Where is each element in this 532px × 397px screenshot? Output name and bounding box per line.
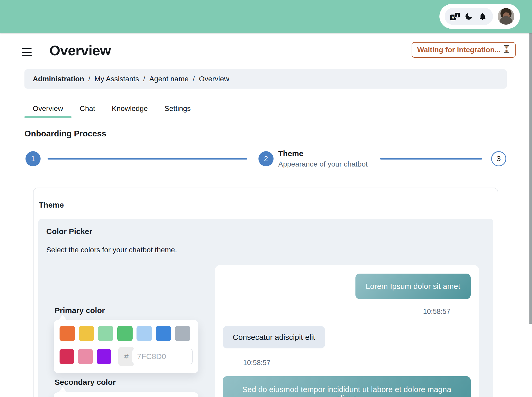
color-swatch[interactable]	[78, 349, 93, 364]
breadcrumb-separator: /	[143, 75, 145, 83]
translate-icon[interactable]: A ž	[450, 11, 460, 22]
svg-text:ž: ž	[457, 14, 458, 17]
status-label: Waiting for integration...	[417, 46, 501, 54]
vertical-scrollbar[interactable]	[529, 0, 532, 397]
tab-knowledge[interactable]: Knowledge	[103, 101, 156, 116]
breadcrumb-agent-name[interactable]: Agent name	[149, 75, 189, 83]
breadcrumb-separator: /	[193, 75, 195, 83]
secondary-color-label: Secondary color	[55, 378, 116, 387]
breadcrumb-my-assistants[interactable]: My Assistants	[94, 75, 139, 83]
tab-overview[interactable]: Overview	[24, 101, 72, 116]
step-3[interactable]: 3	[491, 151, 506, 166]
color-swatch[interactable]	[60, 349, 74, 364]
primary-color-label: Primary color	[55, 306, 105, 315]
scrollbar-thumb[interactable]	[529, 33, 532, 324]
step-connector	[48, 158, 247, 160]
theme-card: Theme Color Picker Select the colors for…	[33, 188, 498, 397]
step-2-labels: Theme Appearance of your chatbot	[278, 149, 368, 168]
chat-preview: Lorem Ipsum dolor sit amet 10:58:57 Cons…	[215, 265, 479, 397]
chat-bubble-incoming: Consecatur adiscipit elit	[223, 326, 325, 348]
step-2-title: Theme	[278, 149, 368, 158]
svg-text:A: A	[452, 15, 455, 20]
chat-bubble-incoming: Sed do eiusmod tempor incididunt ut labo…	[223, 376, 471, 397]
breadcrumb: Administration / My Assistants / Agent n…	[24, 69, 507, 89]
hourglass-icon	[503, 45, 510, 55]
color-swatch[interactable]	[97, 349, 111, 364]
tab-bar: Overview Chat Knowledge Settings	[24, 101, 199, 116]
color-swatch[interactable]	[156, 326, 171, 341]
hex-input-group: #	[118, 347, 193, 366]
integration-status-button[interactable]: Waiting for integration...	[412, 42, 516, 58]
color-picker-heading: Color Picker	[46, 227, 92, 236]
color-picker-description: Select the colors for your chatbot theme…	[46, 246, 177, 254]
moon-icon[interactable]	[464, 11, 474, 22]
color-swatch[interactable]	[79, 326, 94, 341]
popup-caret	[59, 387, 67, 393]
color-swatch[interactable]	[60, 326, 75, 341]
secondary-color-popup	[54, 392, 198, 397]
step-connector	[380, 158, 482, 160]
color-swatch[interactable]	[175, 326, 190, 341]
color-swatch[interactable]	[98, 326, 113, 341]
breadcrumb-administration[interactable]: Administration	[33, 75, 84, 83]
chat-bubble-outgoing: Lorem Ipsum dolor sit amet	[355, 274, 471, 299]
theme-card-heading: Theme	[39, 201, 64, 209]
breadcrumb-overview[interactable]: Overview	[199, 75, 229, 83]
icon-group: A ž	[445, 8, 493, 25]
step-2[interactable]: 2	[258, 151, 274, 166]
chat-timestamp: 10:58:57	[243, 359, 270, 367]
user-avatar[interactable]	[498, 8, 514, 25]
hex-color-input[interactable]	[132, 349, 193, 364]
page-title: Overview	[49, 42, 111, 58]
color-swatch[interactable]	[137, 326, 152, 341]
step-2-subtitle: Appearance of your chatbot	[278, 160, 368, 168]
breadcrumb-separator: /	[88, 75, 90, 83]
color-swatch[interactable]	[117, 326, 133, 341]
primary-color-popup: #	[54, 320, 198, 373]
tab-chat[interactable]: Chat	[72, 101, 103, 116]
menu-icon[interactable]	[22, 48, 32, 56]
color-picker-panel: Color Picker Select the colors for your …	[38, 219, 493, 397]
topbar-actions: A ž	[439, 4, 520, 29]
tab-settings[interactable]: Settings	[156, 101, 199, 116]
step-1[interactable]: 1	[25, 151, 41, 166]
bell-icon[interactable]	[477, 11, 488, 22]
chat-timestamp: 10:58:57	[423, 308, 450, 316]
popup-caret	[59, 315, 67, 320]
onboarding-heading: Onboarding Process	[24, 129, 106, 138]
